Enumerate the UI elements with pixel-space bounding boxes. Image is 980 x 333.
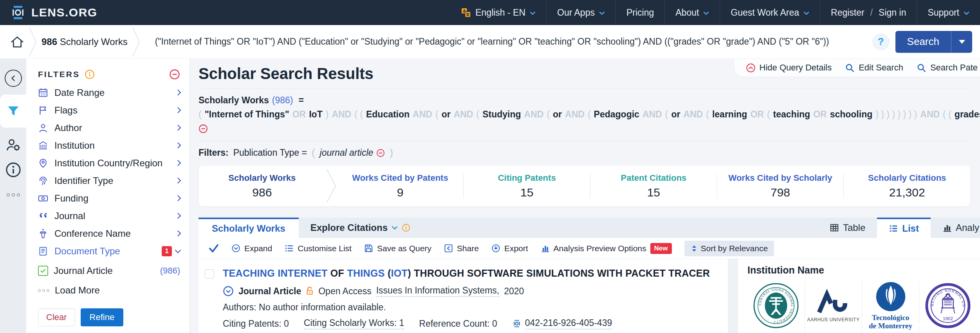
stat-label: Works Cited by Scholarly	[717, 173, 844, 183]
lens-logo[interactable]: LENS.ORG	[0, 0, 97, 25]
clear-button[interactable]: Clear	[38, 308, 75, 326]
work-result-row: TEACHING INTERNET OF THINGS (IOT) THROUG…	[199, 267, 728, 333]
filter-author[interactable]: Author	[38, 119, 180, 137]
query-token: ( (	[354, 109, 363, 119]
tab-list-view[interactable]: List	[877, 218, 931, 238]
search-options-dropdown[interactable]	[951, 31, 972, 53]
quote-icon	[38, 211, 48, 221]
journal-article-checkbox[interactable]	[38, 266, 48, 276]
language-menu[interactable]: A English - EN	[451, 0, 546, 25]
stat-citing-patents[interactable]: Citing Patents 15	[464, 173, 590, 199]
query-token: AND	[454, 109, 473, 119]
tab-table-view[interactable]: Table	[818, 218, 877, 238]
search-patents-button[interactable]: Search Pate	[917, 63, 978, 73]
edit-search-button[interactable]: Edit Search	[845, 63, 903, 73]
result-title-part: IOT	[391, 268, 408, 279]
citing-scholarly-link[interactable]: Citing Scholarly Works: 1	[304, 318, 404, 329]
filter-date-range[interactable]: Date Range	[38, 84, 180, 101]
left-icon-rail	[0, 59, 26, 333]
more-rail-button[interactable]	[7, 193, 20, 196]
expand-button[interactable]: Expand	[231, 244, 272, 253]
stat-scholarly-citations[interactable]: Scholarly Citations 21,302	[844, 173, 970, 199]
sign-in-link[interactable]: Sign in	[879, 7, 906, 18]
filter-flags[interactable]: Flags	[38, 101, 180, 119]
tab-explore-citations[interactable]: Explore Citations	[299, 218, 422, 238]
sort-by-relevance-button[interactable]: Sort by Relevance	[684, 241, 774, 256]
search-help-button[interactable]: ?	[873, 34, 889, 50]
query-token: Education	[366, 109, 410, 119]
export-button[interactable]: Export	[491, 244, 528, 253]
filter-conference-name[interactable]: Conference Name	[38, 225, 180, 242]
institution-logo: CENTRAL CHINA NORMAL UNIVERSITY	[753, 281, 799, 331]
institution-tile-central-china-normal[interactable]: CENTRAL CHINA NORMAL UNIVERSITY	[747, 281, 805, 333]
about-menu[interactable]: About	[664, 0, 720, 25]
remove-filter-icon[interactable]	[376, 149, 385, 157]
open-access-label: Open Access	[318, 286, 372, 297]
save-as-query-button[interactable]: Save as Query	[364, 244, 431, 253]
search-icon	[917, 63, 926, 73]
check-icon	[40, 267, 47, 274]
journal-article-checkbox-row[interactable]: Journal Article (986)	[38, 262, 180, 279]
close-paren: )	[390, 147, 393, 159]
tab-analysis-view[interactable]: Analy	[931, 218, 980, 238]
support-menu[interactable]: Support	[917, 0, 980, 25]
search-query-input[interactable]: ("Internet of Things" OR "IoT") AND ("Ed…	[145, 36, 871, 47]
load-more-button[interactable]: Load More	[38, 282, 180, 299]
stat-label: Works Cited by Patents	[337, 173, 464, 183]
journal-link[interactable]: Issues In Information Systems,	[376, 285, 499, 297]
svg-text:1902: 1902	[942, 316, 953, 321]
share-button[interactable]: Share	[444, 244, 479, 253]
filters-info-icon[interactable]	[85, 69, 95, 79]
home-button[interactable]	[10, 35, 24, 49]
select-all-check-icon[interactable]	[209, 244, 219, 253]
query-details-toolbar: Hide Query Details Edit Search Search Pa…	[734, 59, 980, 77]
guest-work-area-menu[interactable]: Guest Work Area	[720, 0, 820, 25]
filter-institution-country[interactable]: Institution Country/Region	[38, 154, 180, 172]
institution-tile-monterrey[interactable]: Tecnológico de Monterrey Monterrey Insti…	[862, 281, 919, 333]
filter-funding[interactable]: Funding	[38, 189, 180, 207]
load-more-label: Load More	[55, 285, 100, 296]
language-label: English - EN	[475, 7, 525, 18]
sort-arrows-icon	[691, 245, 698, 252]
clear-all-filters-icon[interactable]	[169, 69, 180, 80]
institution-logo: AARHUS UNIVERSITY	[807, 281, 860, 331]
chevron-right-icon	[175, 160, 181, 166]
result-title-part: OF	[328, 268, 347, 279]
institution-tile-aarhus-university[interactable]: AARHUS UNIVERSITY Aarhus University	[805, 281, 862, 333]
info-icon	[5, 162, 21, 178]
institution-tile-beijing-normal[interactable]: BEIJING NORMAL UNIVERSITY 1902 Beijing N…	[919, 281, 976, 333]
filter-institution[interactable]: Institution	[38, 137, 180, 154]
remove-query-icon[interactable]	[199, 124, 208, 133]
filter-journal[interactable]: Journal	[38, 207, 180, 225]
search-button[interactable]: Search	[895, 31, 972, 53]
expand-record-icon[interactable]	[223, 286, 234, 297]
stat-works-cited-by-patents[interactable]: Works Cited by Patents 9	[337, 173, 464, 199]
stat-scholarly-works[interactable]: Scholarly Works 986	[199, 173, 325, 199]
result-title[interactable]: TEACHING INTERNET OF THINGS (IOT) THROUG…	[223, 267, 710, 279]
support-label: Support	[928, 7, 959, 18]
hide-query-details-button[interactable]: Hide Query Details	[746, 63, 832, 73]
stat-works-cited-by-scholarly[interactable]: Works Cited by Scholarly 798	[717, 173, 844, 199]
refine-button[interactable]: Refine	[81, 308, 124, 326]
filters-rail-tab[interactable]	[0, 95, 26, 128]
analysis-preview-options-button[interactable]: Analysis Preview Options New	[541, 243, 672, 254]
result-checkbox[interactable]	[205, 269, 214, 279]
filter-identifier-type[interactable]: Identifier Type	[38, 172, 180, 189]
share-label: Share	[457, 244, 479, 253]
breadcrumb[interactable]: 986 Scholarly Works	[42, 36, 128, 47]
filter-label: Author	[54, 122, 82, 133]
pricing-link[interactable]: Pricing	[615, 0, 664, 25]
stats-card: Scholarly Works 986 Works Cited by Paten…	[199, 165, 971, 207]
filter-document-type[interactable]: Document Type 1	[38, 242, 180, 260]
register-link[interactable]: Register	[831, 7, 864, 18]
our-apps-menu[interactable]: Our Apps	[546, 0, 615, 25]
customise-list-button[interactable]: Customise List	[285, 244, 352, 253]
share-icon	[444, 244, 453, 253]
lens-id-link[interactable]: 042-216-926-405-439	[512, 318, 612, 329]
tab-scholarly-works[interactable]: Scholarly Works	[199, 218, 299, 238]
info-rail-button[interactable]	[5, 162, 21, 178]
stat-patent-citations[interactable]: Patent Citations 15	[590, 173, 717, 199]
collapse-sidebar-button[interactable]	[5, 70, 22, 87]
collections-rail-button[interactable]	[6, 138, 21, 152]
money-icon	[38, 193, 48, 203]
